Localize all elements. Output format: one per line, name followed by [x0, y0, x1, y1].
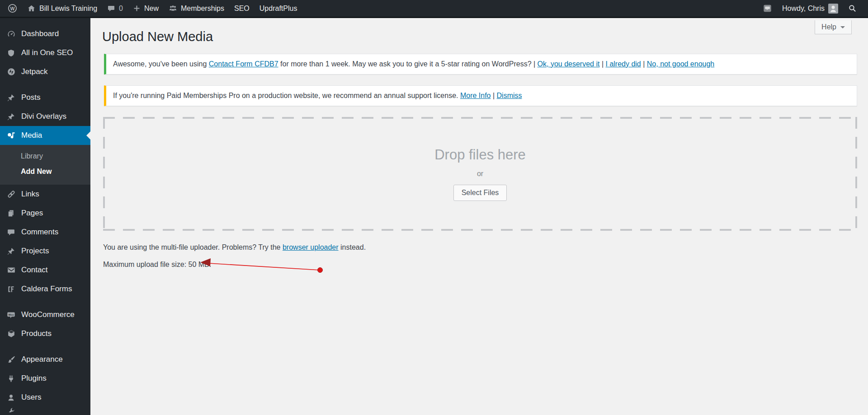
site-name-menu[interactable]: Bill Lewis Training — [22, 0, 102, 17]
uploader-note: You are using the multi-file uploader. P… — [103, 243, 857, 252]
select-files-button[interactable]: Select Files — [453, 185, 507, 201]
cfdb7-plugin-link[interactable]: Contact Form CFDB7 — [209, 60, 278, 68]
sidebar-item-links[interactable]: Links — [0, 185, 90, 204]
sidebar-item-label: Media — [21, 131, 42, 140]
admin-bar: W Bill Lewis Training 0 New Memberships … — [0, 0, 868, 18]
dismiss-link[interactable]: Dismiss — [497, 92, 522, 99]
pushpin-icon — [6, 93, 16, 102]
memberships-menu[interactable]: Memberships — [164, 0, 229, 17]
svg-text:W: W — [10, 6, 15, 11]
comment-icon — [6, 228, 16, 237]
sidebar-item-dashboard[interactable]: Dashboard — [0, 24, 90, 43]
sidebar-item-media[interactable]: Media — [0, 126, 90, 145]
sidebar-item-media-library[interactable]: Library — [0, 149, 90, 164]
already-did-link[interactable]: I alredy did — [605, 60, 641, 68]
plus-icon — [133, 5, 141, 12]
plugin-icon — [6, 374, 16, 383]
sidebar-item-label: Projects — [21, 247, 49, 256]
seo-label: SEO — [234, 5, 250, 13]
account-menu[interactable]: Howdy, Chris — [777, 0, 843, 17]
notice-divider: | — [491, 92, 497, 99]
comments-menu[interactable]: 0 — [102, 0, 128, 17]
sidebar-item-appearance[interactable]: Appearance — [0, 350, 90, 369]
wordpress-logo-menu[interactable]: W — [3, 0, 22, 17]
brush-icon — [6, 355, 16, 364]
chevron-down-icon — [840, 26, 845, 31]
submenu-item-label: Library — [21, 152, 43, 160]
notice-cfdb7-rating: Awesome, you've been using Contact Form … — [104, 54, 857, 75]
updraftplus-label: UpdraftPlus — [259, 5, 297, 13]
or-label: or — [477, 170, 483, 178]
memberships-label: Memberships — [181, 5, 224, 13]
sidebar-item-products[interactable]: Products — [0, 324, 90, 343]
envelope-icon — [6, 266, 16, 275]
sidebar-item-label: Dashboard — [21, 29, 59, 38]
uploader-note-text: instead. — [339, 243, 366, 251]
sidebar-item-label: Appearance — [21, 355, 63, 364]
rate-ok-link[interactable]: Ok, you deserved it — [538, 60, 600, 68]
sidebar-separator — [0, 81, 90, 88]
group-icon — [169, 4, 177, 13]
new-label: New — [144, 5, 159, 13]
avatar — [828, 4, 838, 14]
sidebar-item-caldera-forms[interactable]: Caldera Forms — [0, 280, 90, 298]
search-menu[interactable] — [843, 0, 862, 17]
max-upload-size-text: Maximum upload file size: 50 MB. — [103, 261, 857, 269]
sidebar-item-clipped[interactable] — [0, 407, 90, 412]
woocommerce-icon: Woo — [6, 310, 16, 320]
sidebar-item-label: Users — [21, 393, 41, 402]
howdy-label: Howdy, Chris — [782, 5, 825, 13]
help-label: Help — [821, 23, 836, 31]
browser-uploader-link[interactable]: browser uploader — [283, 243, 339, 251]
sidebar-separator — [0, 343, 90, 350]
content-area: Help Upload New Media Awesome, you've be… — [90, 18, 868, 415]
caldera-icon — [6, 285, 16, 294]
sidebar-item-label: Products — [21, 329, 52, 338]
sidebar-item-label: Pages — [21, 209, 43, 218]
sidebar-item-label: Divi Overlays — [21, 112, 66, 121]
seo-menu[interactable]: SEO — [229, 0, 255, 17]
sidebar-item-plugins[interactable]: Plugins — [0, 369, 90, 388]
chat-square-icon — [763, 4, 772, 13]
comment-count: 0 — [119, 5, 123, 13]
box-icon — [6, 329, 16, 338]
user-icon — [6, 393, 16, 402]
sidebar-item-contact[interactable]: Contact — [0, 261, 90, 280]
admin-sidebar: Dashboard All in One SEO Jetpack — [0, 18, 90, 415]
svg-text:Woo: Woo — [9, 313, 14, 316]
sidebar-item-divi-overlays[interactable]: Divi Overlays — [0, 107, 90, 126]
sidebar-item-label: Links — [21, 190, 39, 199]
current-menu-arrow — [82, 131, 90, 140]
sidebar-item-users[interactable]: Users — [0, 388, 90, 407]
sidebar-item-comments[interactable]: Comments — [0, 223, 90, 242]
notice-text: for more than 1 week. May we ask you to … — [278, 60, 538, 68]
notifications-menu[interactable] — [758, 0, 777, 17]
sidebar-item-label: Caldera Forms — [21, 284, 72, 294]
notice-text: If you're running Paid Memberships Pro o… — [113, 92, 460, 99]
pushpin-icon — [6, 247, 16, 256]
sidebar-item-projects[interactable]: Projects — [0, 242, 90, 261]
new-content-menu[interactable]: New — [128, 0, 164, 17]
wrench-icon — [6, 407, 16, 412]
not-good-enough-link[interactable]: No, not good enough — [647, 60, 714, 68]
notice-divider: | — [599, 60, 605, 68]
sidebar-item-woocommerce[interactable]: Woo WooCommerce — [0, 305, 90, 324]
shield-icon — [6, 49, 16, 57]
sidebar-item-jetpack[interactable]: Jetpack — [0, 62, 90, 81]
more-info-link[interactable]: More Info — [460, 92, 491, 99]
search-icon — [848, 4, 857, 13]
dashboard-icon — [6, 29, 16, 38]
sidebar-item-posts[interactable]: Posts — [0, 88, 90, 107]
updraftplus-menu[interactable]: UpdraftPlus — [255, 0, 302, 17]
drag-drop-area[interactable]: Drop files here or Select Files — [103, 117, 857, 231]
home-icon — [27, 4, 36, 13]
media-icon — [6, 131, 16, 140]
sidebar-item-media-add-new[interactable]: Add New — [0, 164, 90, 179]
sidebar-item-all-in-one-seo[interactable]: All in One SEO — [0, 43, 90, 62]
sidebar-item-label: Posts — [21, 93, 41, 102]
sidebar-item-pages[interactable]: Pages — [0, 204, 90, 223]
media-submenu: Library Add New — [0, 145, 90, 185]
pages-icon — [6, 209, 16, 218]
comment-bubble-icon — [107, 5, 115, 13]
help-button[interactable]: Help — [815, 20, 852, 34]
